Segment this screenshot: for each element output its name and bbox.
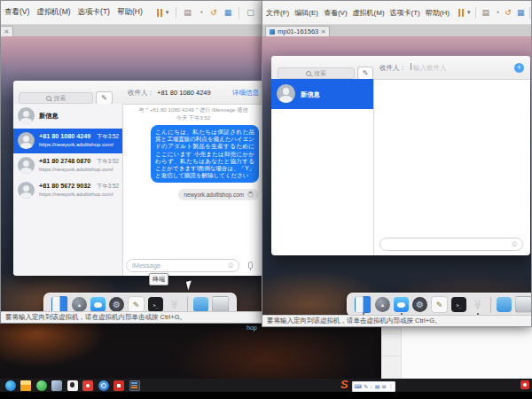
launchpad-icon[interactable]: ▲ [375,297,390,312]
search-input[interactable]: 搜索 [19,92,93,104]
show-library-icon[interactable]: ▢ [246,9,254,17]
revert-snapshot-icon[interactable]: ↺ [210,9,217,17]
trash-icon[interactable] [515,296,532,313]
compose-button[interactable]: ✎ [96,91,113,105]
menu-help[interactable]: 帮助(H) [117,7,143,18]
send-cad-icon[interactable]: ▤ [481,9,489,17]
taskbar-red-app-2-icon[interactable] [113,380,124,391]
conversation-row-new[interactable]: 新信息 [13,104,122,129]
menu-file[interactable]: 文件(F) [266,8,289,18]
conversation-time: 下午3:52 [97,183,119,191]
conversation-preview: https://newyork.adultishop.com/ [39,192,113,197]
microphone-icon[interactable] [248,262,253,269]
sogou-toolbar[interactable]: ⌨ ✎ ↓ ▤ ⊞ ⋮ [352,381,395,392]
textedit-icon[interactable]: ✎ [431,296,448,313]
loading-spinner-icon [247,192,254,198]
vm-tab-partial[interactable]: × [1,26,13,36]
terminal-icon[interactable]: >_ [451,297,466,312]
menu-vm[interactable]: 虚拟机(M) [36,7,70,18]
taskbar-itunes-icon[interactable] [67,380,78,391]
details-link[interactable]: 详细信息 [232,89,259,98]
taskbar-green-app-icon[interactable] [36,380,47,391]
taskbar-browser-icon[interactable] [98,380,109,391]
rocket-icon: ▲ [380,302,386,308]
sogou-download-icon[interactable]: ↓ [370,384,372,389]
snapshot-manager-icon[interactable]: ▦ [517,9,525,17]
conversation-date: 今天 下午3:52 [122,114,264,122]
windows-taskbar [0,379,532,392]
menu-help[interactable]: 帮助(H) [426,8,450,18]
stack-icon[interactable]: ≫ [167,297,182,312]
add-recipient-button[interactable]: + [514,63,524,73]
snapshot-icon[interactable]: ◔ [495,9,499,17]
compose-button[interactable]: ✎ [357,66,373,80]
conversation-preview: https://newyork.adultishop.com/ [39,142,113,147]
message-input-field[interactable] [384,239,508,249]
conversation-row[interactable]: +81 80 5672 9032 下午3:52 https://newyork.… [13,178,122,203]
taskbar-red-app-icon[interactable] [82,380,93,391]
menu-view[interactable]: 查看(V) [324,8,348,18]
messages-titlebar[interactable]: 搜索 ✎ 收件人： +81 80 1080 4249 详细信息 [13,81,264,105]
avatar [18,182,35,199]
messages-app-icon[interactable] [90,297,106,312]
conversation-title: 新信息 [39,112,59,121]
system-preferences-icon[interactable]: ⚙ [412,297,427,312]
message-input[interactable]: ☺ [126,259,239,272]
pause-vm-button[interactable]: ▾ [458,9,471,17]
downloads-folder-icon[interactable] [193,297,208,312]
to-label: 收件人： [379,64,406,73]
stack-icon[interactable]: ≫ [470,297,485,312]
sogou-board-icon[interactable]: ▤ [375,384,380,389]
sogou-more-icon[interactable]: ⋮ [388,384,394,389]
downloads-folder-icon[interactable] [497,297,512,312]
close-tab-icon[interactable]: × [4,27,9,35]
sogou-pen-icon[interactable]: ✎ [364,384,368,389]
revert-snapshot-icon[interactable]: ↺ [505,9,512,17]
messages-titlebar[interactable]: 搜索 ✎ 收件人： 输入收件人 + [271,56,530,80]
divider [381,356,401,356]
snapshot-manager-icon[interactable]: ▦ [224,9,232,17]
finder-icon[interactable] [355,296,372,313]
sogou-input-icon[interactable]: S [340,378,348,391]
system-preferences-icon[interactable]: ⚙ [109,297,124,312]
to-value[interactable]: +81 80 1080 4249 [157,89,211,97]
close-tab-icon[interactable]: × [321,27,325,35]
link-preview-bubble[interactable]: newyork.adultishop.com [178,189,259,200]
snapshot-icon[interactable]: ◔ [199,9,203,17]
divider [373,79,374,255]
caret-down-icon: ▾ [467,9,471,16]
emoji-icon[interactable]: ☺ [511,240,519,248]
menu-vm[interactable]: 虚拟机(M) [353,8,385,18]
gear-icon: ⚙ [113,300,121,309]
conversation-row[interactable]: +81 80 2748 0870 下午3:52 https://newyork.… [13,153,122,178]
tray-red-icon[interactable] [520,380,529,389]
taskbar-blue-app-icon[interactable] [51,380,62,391]
message-input-field[interactable] [130,261,224,270]
search-icon [46,96,51,101]
message-input[interactable]: ☺ [379,238,523,251]
taskbar-vmware-icon-active[interactable] [129,380,140,391]
dock-tooltip: 终端 [149,273,168,286]
conversation-row-selected[interactable]: 新信息 [271,79,373,109]
menu-tabs[interactable]: 选项卡(T) [78,7,110,18]
sogou-grid-icon[interactable]: ⊞ [382,384,387,389]
conversation-title: +81 80 1080 4249 [39,132,90,140]
pause-vm-button[interactable]: ▾ [157,9,169,17]
messages-app-icon[interactable] [394,297,409,312]
send-cad-icon[interactable]: ▤ [184,9,192,17]
emoji-icon[interactable]: ☺ [227,262,235,270]
conversation-row-selected[interactable]: +81 80 1080 4249 下午3:52 https://newyork.… [13,129,122,153]
menu-view[interactable]: 查看(V) [4,7,29,18]
taskbar-edge-icon[interactable] [5,380,16,391]
to-placeholder[interactable]: 输入收件人 [413,64,447,73]
vm-tab[interactable]: mp01-161563 × [265,26,330,36]
taskbar-file-explorer-icon[interactable] [20,380,31,391]
menu-tabs[interactable]: 选项卡(T) [390,8,420,18]
terminal-icon[interactable]: >_ [148,297,163,312]
sogou-keyboard-icon[interactable]: ⌨ [354,384,362,389]
macos-dock: ▲ ⚙ ✎ >_ ≫ [347,293,532,317]
to-label: 收件人： [128,89,154,98]
launchpad-icon[interactable]: ▲ [72,297,87,312]
menu-edit[interactable]: 编辑(E) [294,8,318,18]
search-input[interactable]: 搜索 [278,67,355,79]
